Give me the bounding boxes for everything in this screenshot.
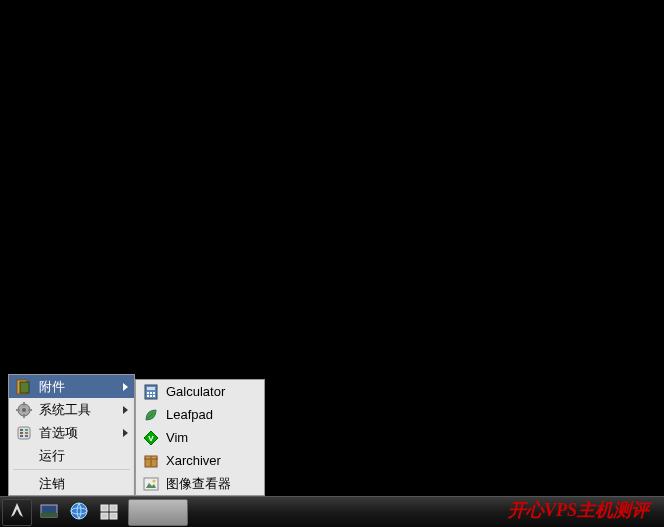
menu-separator — [13, 469, 130, 470]
svg-rect-11 — [20, 435, 23, 437]
file-manager-icon — [99, 501, 119, 524]
menu-item-logout[interactable]: 注销 — [9, 472, 134, 495]
svg-rect-28 — [144, 478, 158, 490]
submenu-item-label: Vim — [166, 430, 258, 445]
svg-rect-20 — [147, 395, 149, 397]
svg-text:V: V — [148, 434, 154, 443]
menu-item-label: 首选项 — [39, 424, 123, 442]
submenu-item-image-viewer[interactable]: 图像查看器 — [136, 472, 264, 495]
arch-logo-icon — [7, 501, 27, 524]
start-button[interactable] — [2, 499, 32, 526]
main-menu: 附件 系统工具 首选项 运行 注销 — [8, 374, 135, 496]
menu-item-system-tools[interactable]: 系统工具 — [9, 398, 134, 421]
submenu-item-vim[interactable]: V Vim — [136, 426, 264, 449]
menu-item-label: 注销 — [39, 475, 128, 493]
svg-rect-8 — [18, 427, 30, 439]
taskbar-show-desktop[interactable] — [36, 499, 62, 526]
calculator-icon — [142, 383, 160, 401]
svg-rect-16 — [147, 387, 155, 390]
submenu-arrow-icon — [123, 406, 128, 414]
taskbar-task-button[interactable] — [128, 499, 188, 526]
menu-item-preferences[interactable]: 首选项 — [9, 421, 134, 444]
leafpad-icon — [142, 406, 160, 424]
svg-rect-10 — [20, 432, 23, 434]
svg-rect-13 — [25, 432, 28, 434]
svg-rect-14 — [25, 435, 28, 437]
submenu-item-label: Xarchiver — [166, 453, 258, 468]
svg-rect-22 — [153, 395, 155, 397]
preferences-icon — [15, 424, 33, 442]
svg-rect-37 — [101, 513, 108, 519]
submenu-item-galculator[interactable]: Galculator — [136, 380, 264, 403]
taskbar-file-manager[interactable] — [96, 499, 122, 526]
menu-item-label: 附件 — [39, 378, 123, 396]
submenu-item-label: Leafpad — [166, 407, 258, 422]
svg-rect-17 — [147, 392, 149, 394]
submenu-item-label: 图像查看器 — [166, 475, 258, 493]
vim-icon: V — [142, 429, 160, 447]
svg-point-30 — [153, 479, 156, 482]
menu-item-label: 运行 — [39, 447, 128, 465]
system-tools-icon — [15, 401, 33, 419]
svg-rect-5 — [23, 414, 25, 418]
svg-rect-18 — [150, 392, 152, 394]
svg-rect-36 — [110, 505, 117, 511]
menu-item-label: 系统工具 — [39, 401, 123, 419]
submenu-item-xarchiver[interactable]: Xarchiver — [136, 449, 264, 472]
svg-rect-9 — [20, 429, 23, 431]
accessories-submenu: Galculator Leafpad V Vim Xarchiver 图像查看器 — [135, 379, 265, 496]
submenu-arrow-icon — [123, 429, 128, 437]
svg-rect-1 — [20, 382, 29, 393]
svg-rect-38 — [110, 513, 117, 519]
accessories-icon — [15, 378, 33, 396]
taskbar — [0, 496, 664, 527]
svg-rect-27 — [150, 456, 152, 467]
xarchiver-icon — [142, 452, 160, 470]
svg-rect-21 — [150, 395, 152, 397]
submenu-arrow-icon — [123, 383, 128, 391]
svg-rect-12 — [25, 429, 28, 431]
menu-item-run[interactable]: 运行 — [9, 444, 134, 467]
svg-point-33 — [71, 503, 87, 519]
svg-rect-7 — [28, 409, 32, 411]
svg-rect-19 — [153, 392, 155, 394]
taskbar-web-browser[interactable] — [66, 499, 92, 526]
svg-rect-32 — [41, 513, 57, 517]
web-browser-icon — [69, 501, 89, 524]
show-desktop-icon — [39, 501, 59, 524]
submenu-item-leafpad[interactable]: Leafpad — [136, 403, 264, 426]
menu-item-accessories[interactable]: 附件 — [9, 375, 134, 398]
svg-rect-6 — [16, 409, 20, 411]
image-viewer-icon — [142, 475, 160, 493]
submenu-item-label: Galculator — [166, 384, 258, 399]
svg-rect-35 — [101, 505, 108, 511]
svg-point-3 — [22, 408, 26, 412]
svg-rect-4 — [23, 402, 25, 406]
